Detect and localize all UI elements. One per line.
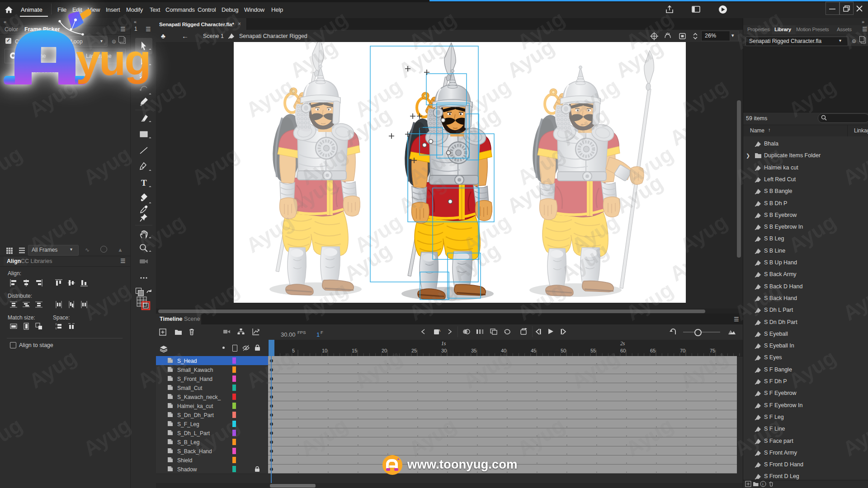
svg-text:A: A xyxy=(438,328,441,333)
svg-text:yug: yug xyxy=(76,35,150,84)
svg-text:i: i xyxy=(762,482,764,486)
svg-text:T: T xyxy=(141,178,147,188)
